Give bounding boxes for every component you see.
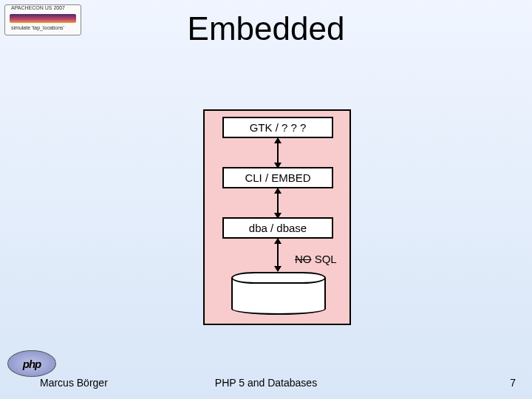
nosql-struck: NO: [295, 253, 312, 265]
arrow-down-icon: [274, 266, 282, 272]
connector-3: [277, 241, 279, 269]
arrow-up-icon: [274, 238, 282, 244]
arrow-up-icon: [274, 188, 282, 194]
slide-title: Embedded: [0, 10, 532, 47]
connector-2: [277, 191, 279, 216]
badge-line1: APACHECON US 2007: [11, 5, 65, 10]
nosql-rest: SQL: [312, 253, 337, 265]
php-logo-icon: php: [7, 350, 56, 377]
database-cylinder-icon: [231, 272, 326, 315]
layer-gtk: GTK / ? ? ?: [222, 117, 333, 138]
nosql-label: NO SQL: [295, 253, 337, 265]
footer-title: PHP 5 and Databases: [0, 377, 532, 389]
connector-1: [277, 140, 279, 166]
layer-cli: CLI / EMBED: [222, 167, 333, 188]
layer-dba: dba / dbase: [222, 217, 333, 239]
arrow-up-icon: [274, 137, 282, 143]
php-logo-text: php: [23, 358, 41, 370]
footer-page-number: 7: [510, 377, 516, 389]
diagram-container: GTK / ? ? ? CLI / EMBED dba / dbase NO S…: [203, 109, 351, 325]
